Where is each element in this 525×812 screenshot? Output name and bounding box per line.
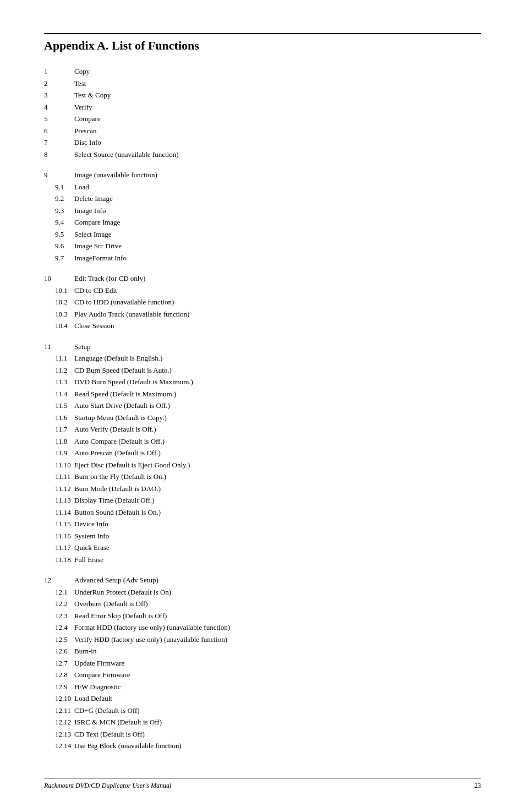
- item-text: Read Error Skip (Default is Off): [74, 611, 481, 622]
- list-item: 11.7Auto Verify (Default is Off.): [44, 424, 481, 435]
- item-number: 12.6: [44, 646, 74, 657]
- list-item: 11.16System Info: [44, 531, 481, 542]
- item-text: Format HDD (factory use only) (unavailab…: [74, 622, 481, 633]
- item-number: 10: [44, 273, 74, 284]
- list-item: 10Edit Track (for CD only): [44, 273, 481, 284]
- item-text: Edit Track (for CD only): [74, 273, 481, 284]
- item-text: Setup: [74, 341, 481, 352]
- item-number: 11.18: [44, 554, 74, 565]
- item-number: 12.10: [44, 693, 74, 704]
- item-text: Advanced Setup (Adv Setup): [74, 575, 481, 586]
- list-item: 11.5Auto Start Drive (Default is Off.): [44, 400, 481, 411]
- item-text: Language (Default is English.): [74, 353, 481, 364]
- item-number: 12.12: [44, 717, 74, 728]
- page-container: Appendix A. List of Functions 1Copy2Test…: [44, 33, 481, 751]
- item-number: 8: [44, 149, 74, 160]
- item-text: Image Info: [74, 205, 481, 216]
- item-text: Button Sound (Default is On.): [74, 507, 481, 518]
- item-number: 9.2: [44, 193, 74, 204]
- list-item: 11.9Auto Prescan (Default is Off.): [44, 448, 481, 459]
- item-number: 12.9: [44, 682, 74, 693]
- item-text: CD to CD Edit: [74, 285, 481, 296]
- item-number: 11.1: [44, 353, 74, 364]
- list-item: 10.1CD to CD Edit: [44, 285, 481, 296]
- list-item: 11.6Startup Menu (Default is Copy.): [44, 412, 481, 423]
- item-text: Verify: [74, 102, 481, 113]
- item-number: 11.17: [44, 542, 74, 553]
- list-item: 12Advanced Setup (Adv Setup): [44, 575, 481, 586]
- item-text: Burn on the Fly (Default is On.): [74, 471, 481, 482]
- item-text: ImageFormat Info: [74, 253, 481, 264]
- item-number: 9: [44, 170, 74, 181]
- item-text: Close Session: [74, 320, 481, 331]
- item-text: ISRC & MCN (Default is Off): [74, 717, 481, 728]
- list-item: 7Disc Info: [44, 137, 481, 148]
- list-item: 12.8Compare Firmware: [44, 669, 481, 680]
- list-item: 9.1Load: [44, 182, 481, 193]
- item-text: Burn Mode (Default is DAO.): [74, 483, 481, 494]
- item-number: 11.9: [44, 448, 74, 459]
- list-item: 11.8Auto Compare (Default is Off.): [44, 436, 481, 447]
- item-number: 12.13: [44, 729, 74, 740]
- item-text: Use Big Block (unavailable function): [74, 740, 481, 751]
- item-text: Burn-in: [74, 646, 481, 657]
- item-number: 10.2: [44, 297, 74, 308]
- item-text: Compare: [74, 113, 481, 124]
- item-number: 11: [44, 341, 74, 352]
- list-item: 9.6Image Src Drive: [44, 241, 481, 252]
- list-item: 12.11CD+G (Default is Off): [44, 705, 481, 716]
- item-text: Read Speed (Default is Maximum.): [74, 389, 481, 400]
- item-text: System Info: [74, 531, 481, 542]
- item-number: 11.2: [44, 365, 74, 376]
- item-text: Delete Image: [74, 193, 481, 204]
- list-item: 11.10Eject Disc (Default is Eject Good O…: [44, 460, 481, 471]
- list-item: 11.13Display Time (Default Off.): [44, 495, 481, 506]
- item-number: 11.13: [44, 495, 74, 506]
- item-text: Compare Firmware: [74, 669, 481, 680]
- item-number: 7: [44, 137, 74, 148]
- list-item: 12.9H/W Diagnostic: [44, 682, 481, 693]
- list-item: 12.4Format HDD (factory use only) (unava…: [44, 622, 481, 633]
- item-number: 12.3: [44, 611, 74, 622]
- footer: Rackmount DVD/CD Duplicator User's Manua…: [44, 778, 481, 790]
- item-number: 11.12: [44, 483, 74, 494]
- list-item: 11Setup: [44, 341, 481, 352]
- item-number: 9.6: [44, 241, 74, 252]
- item-text: Auto Prescan (Default is Off.): [74, 448, 481, 459]
- list-item: 9.2Delete Image: [44, 193, 481, 204]
- item-number: 12.8: [44, 669, 74, 680]
- item-number: 2: [44, 78, 74, 89]
- list-group-section5: 12Advanced Setup (Adv Setup)12.1UnderRun…: [44, 575, 481, 751]
- item-text: Select Image: [74, 229, 481, 240]
- list-item: 11.1Language (Default is English.): [44, 353, 481, 364]
- list-item: 9.5Select Image: [44, 229, 481, 240]
- list-item: 12.7Update Firmware: [44, 658, 481, 669]
- item-text: CD Burn Speed (Default is Auto.): [74, 365, 481, 376]
- item-text: Startup Menu (Default is Copy.): [74, 412, 481, 423]
- item-text: Verify HDD (factory use only) (unavailab…: [74, 634, 481, 645]
- item-number: 11.10: [44, 460, 74, 471]
- item-text: UnderRun Protect (Default is On): [74, 587, 481, 598]
- item-text: Play Audio Track (unavailable function): [74, 309, 481, 320]
- item-text: Quick Erase: [74, 542, 481, 553]
- list-item: 9.4Compare Image: [44, 217, 481, 228]
- item-number: 9.1: [44, 182, 74, 193]
- list-item: 12.12ISRC & MCN (Default is Off): [44, 717, 481, 728]
- list-group-section1: 1Copy2Test3Test & Copy4Verify5Compare6Pr…: [44, 66, 481, 160]
- item-text: Copy: [74, 66, 481, 77]
- item-number: 3: [44, 90, 74, 101]
- list-item: 10.2CD to HDD (unavailable function): [44, 297, 481, 308]
- item-number: 12.14: [44, 740, 74, 751]
- item-number: 9.7: [44, 253, 74, 264]
- item-text: Disc Info: [74, 137, 481, 148]
- list-item: 12.2Overburn (Default is Off): [44, 598, 481, 609]
- item-number: 11.7: [44, 424, 74, 435]
- item-number: 11.14: [44, 507, 74, 518]
- list-item: 12.5Verify HDD (factory use only) (unava…: [44, 634, 481, 645]
- item-text: Eject Disc (Default is Eject Good Only.): [74, 460, 481, 471]
- item-text: DVD Burn Speed (Default is Maximum.): [74, 377, 481, 388]
- item-text: Load Default: [74, 693, 481, 704]
- item-number: 5: [44, 113, 74, 124]
- list-item: 11.2CD Burn Speed (Default is Auto.): [44, 365, 481, 376]
- item-text: Prescan: [74, 126, 481, 137]
